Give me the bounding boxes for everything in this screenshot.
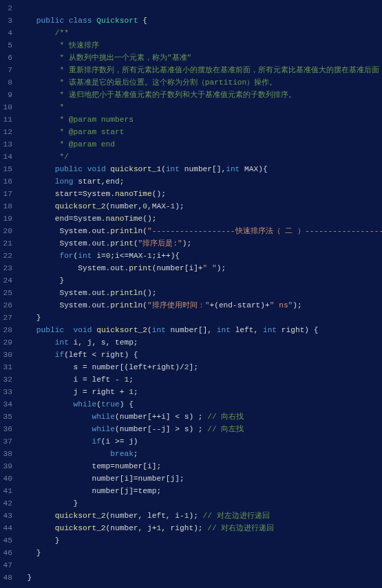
line-number: 2 — [3, 2, 12, 14]
code-line[interactable]: number[i]=number[j]; — [18, 472, 382, 485]
code-line[interactable]: public class Quicksort { — [18, 14, 382, 27]
code-line[interactable]: */ — [18, 151, 382, 163]
code-line[interactable]: while(number[++i] < s) ; // 向右找 — [18, 411, 382, 423]
line-number: 4 — [3, 27, 12, 39]
line-number: 14 — [3, 151, 12, 163]
code-line[interactable]: quicksort_2(number, j+1, right); // 对右边进… — [18, 522, 382, 534]
line-number-gutter: 2345678910111213141516171819202122232425… — [0, 0, 18, 588]
code-line[interactable]: number[j]=temp; — [18, 485, 382, 497]
line-number: 33 — [3, 386, 12, 398]
line-number: 34 — [3, 398, 12, 411]
code-line[interactable]: end=System.nanoTime(); — [18, 213, 382, 225]
line-number: 40 — [3, 472, 12, 485]
line-number: 27 — [3, 312, 12, 324]
line-number: 8 — [3, 76, 12, 89]
line-number: 11 — [3, 113, 12, 126]
line-number: 36 — [3, 423, 12, 435]
line-number: 19 — [3, 213, 12, 225]
line-number: 15 — [3, 163, 12, 175]
line-number: 6 — [3, 52, 12, 64]
line-number: 12 — [3, 126, 12, 138]
code-line[interactable]: } — [18, 497, 382, 510]
code-line[interactable]: i = left - 1; — [18, 373, 382, 386]
code-line[interactable]: public void quicksort_1(int number[],int… — [18, 163, 382, 175]
code-line[interactable]: if(left < right) { — [18, 349, 382, 361]
line-number: 47 — [3, 559, 12, 571]
line-number: 22 — [3, 250, 12, 262]
line-number: 30 — [3, 349, 12, 361]
line-number: 44 — [3, 522, 12, 534]
code-line[interactable]: quicksort_2(number, left, i-1); // 对左边进行… — [18, 510, 382, 522]
line-number: 28 — [3, 324, 12, 336]
code-line[interactable]: * 快速排序 — [18, 39, 382, 52]
code-line[interactable]: s = number[(left+right)/2]; — [18, 361, 382, 373]
code-line[interactable]: System.out.println("排序使用时间："+(end-start)… — [18, 299, 382, 312]
line-number: 20 — [3, 225, 12, 237]
line-number: 5 — [3, 39, 12, 52]
line-number: 41 — [3, 485, 12, 497]
line-number: 25 — [3, 287, 12, 299]
code-line[interactable]: System.out.println(); — [18, 287, 382, 299]
code-line[interactable]: * 从数列中挑出一个元素，称为"基准" — [18, 52, 382, 64]
line-number: 7 — [3, 64, 12, 76]
code-line[interactable]: System.out.println("------------------快速… — [18, 225, 382, 237]
code-line[interactable]: temp=number[i]; — [18, 460, 382, 472]
code-editor-area[interactable]: public class Quicksort { /** * 快速排序 * 从数… — [18, 0, 382, 588]
code-line[interactable]: int i, j, s, temp; — [18, 336, 382, 349]
line-number: 38 — [3, 448, 12, 460]
line-number: 39 — [3, 460, 12, 472]
line-number: 21 — [3, 237, 12, 250]
line-number: 16 — [3, 175, 12, 188]
line-number: 35 — [3, 411, 12, 423]
code-line[interactable]: * @param end — [18, 138, 382, 151]
code-line[interactable]: } — [18, 274, 382, 287]
line-number: 17 — [3, 188, 12, 200]
code-line[interactable]: while(number[--j] > s) ; // 向左找 — [18, 423, 382, 435]
code-line[interactable]: long start,end; — [18, 175, 382, 188]
code-line[interactable]: * 递归地把小于基准值元素的子数列和大于基准值元素的子数列排序。 — [18, 89, 382, 101]
line-number: 9 — [3, 89, 12, 101]
line-number: 23 — [3, 262, 12, 274]
line-number: 48 — [3, 571, 12, 584]
code-line[interactable] — [18, 559, 382, 571]
line-number: 31 — [3, 361, 12, 373]
code-line[interactable]: } — [18, 534, 382, 547]
line-number: 29 — [3, 336, 12, 349]
line-number: 13 — [3, 138, 12, 151]
code-line[interactable]: * @param numbers — [18, 113, 382, 126]
code-line[interactable] — [18, 2, 382, 14]
code-line[interactable]: if(i >= j) — [18, 435, 382, 448]
line-number: 10 — [3, 101, 12, 113]
code-line[interactable]: j = right + 1; — [18, 386, 382, 398]
code-line[interactable]: quicksort_2(number,0,MAX-1); — [18, 200, 382, 213]
line-number: 45 — [3, 534, 12, 547]
code-line[interactable]: /** — [18, 27, 382, 39]
code-line[interactable]: * 重新排序数列，所有元素比基准值小的摆放在基准前面，所有元素比基准值大的摆在基… — [18, 64, 382, 76]
line-number: 42 — [3, 497, 12, 510]
line-number: 46 — [3, 547, 12, 559]
code-line[interactable]: System.out.print("排序后是:"); — [18, 237, 382, 250]
line-number: 26 — [3, 299, 12, 312]
line-number: 32 — [3, 373, 12, 386]
code-line[interactable]: } — [18, 571, 382, 584]
code-line[interactable]: * 该基准是它的最后位置。这个称为分割（partition）操作。 — [18, 76, 382, 89]
code-line[interactable]: * @param start — [18, 126, 382, 138]
code-line[interactable]: for(int i=0;i<=MAX-1;i++){ — [18, 250, 382, 262]
code-line[interactable]: * — [18, 101, 382, 113]
line-number: 43 — [3, 510, 12, 522]
code-line[interactable]: System.out.print(number[i]+" "); — [18, 262, 382, 274]
line-number: 18 — [3, 200, 12, 213]
code-line[interactable]: start=System.nanoTime(); — [18, 188, 382, 200]
code-line[interactable]: } — [18, 312, 382, 324]
code-line[interactable]: public void quicksort_2(int number[], in… — [18, 324, 382, 336]
code-line[interactable]: break; — [18, 448, 382, 460]
code-line[interactable]: while(true) { — [18, 398, 382, 411]
line-number: 3 — [3, 14, 12, 27]
code-line[interactable]: } — [18, 547, 382, 559]
line-number: 24 — [3, 274, 12, 287]
line-number: 37 — [3, 435, 12, 448]
